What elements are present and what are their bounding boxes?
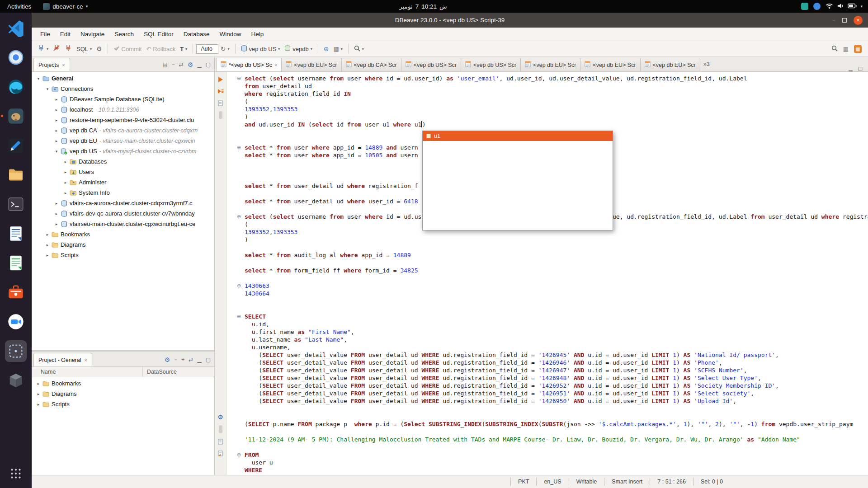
log-panel-button[interactable]: [217, 450, 225, 457]
editor-tab[interactable]: <vep db US> Scr: [461, 58, 521, 71]
expander-icon[interactable]: ▸: [53, 222, 60, 226]
list-item[interactable]: ▸Diagrams: [32, 389, 214, 399]
maximize-view-icon[interactable]: ▢: [206, 357, 211, 363]
minimize-button[interactable]: −: [832, 17, 835, 23]
close-icon[interactable]: ×: [62, 62, 65, 68]
expander-icon[interactable]: ▸: [53, 118, 60, 122]
marker-editor-dock-icon[interactable]: [5, 135, 27, 156]
tree-item[interactable]: ▸Users: [32, 167, 214, 177]
expander-icon[interactable]: ▸: [35, 392, 42, 396]
tree-item[interactable]: ▸Databases: [32, 156, 214, 167]
vscode-dock-icon[interactable]: [5, 17, 27, 39]
menu-window[interactable]: Window: [214, 31, 246, 38]
selection-indicator[interactable]: Sel: 0 | 0: [693, 478, 730, 486]
list-item[interactable]: ▸Bookmarks: [32, 378, 214, 389]
activities-button[interactable]: Activities: [0, 3, 38, 10]
layout-icon[interactable]: ▤: [162, 61, 167, 68]
collapse-all-icon[interactable]: −: [172, 61, 175, 68]
tray-app-icon-2[interactable]: [813, 3, 821, 10]
expander-icon[interactable]: ▸: [35, 381, 42, 386]
refresh-button[interactable]: ↻ ▾: [218, 44, 232, 54]
zoom-dock-icon[interactable]: [5, 311, 27, 333]
marketplace-icon[interactable]: ▦: [854, 45, 862, 53]
settings-gear-icon[interactable]: ⚙: [188, 61, 193, 68]
quick-search-icon[interactable]: [831, 45, 838, 53]
tree-item[interactable]: ▸vep db CA- vfairs-ca-aurora-cluster.clu…: [32, 125, 214, 136]
fold-marker-icon[interactable]: ⊖: [237, 144, 244, 151]
expand-all-icon[interactable]: +: [181, 357, 184, 363]
minimize-view-icon[interactable]: ▁: [849, 66, 852, 71]
fold-marker-icon[interactable]: ⊖: [237, 313, 244, 320]
libreoffice-calc-dock-icon[interactable]: [5, 252, 27, 274]
expander-icon[interactable]: ▾: [44, 87, 51, 91]
expander-icon[interactable]: ▸: [53, 211, 60, 216]
tree-item[interactable]: ▸Diagrams: [32, 239, 214, 250]
edge-browser-dock-icon[interactable]: [5, 76, 27, 98]
toolbar-handle[interactable]: [219, 111, 222, 119]
caret-position-indicator[interactable]: 7 : 51 : 266: [650, 478, 693, 486]
fold-marker-icon[interactable]: ⊖: [237, 451, 244, 459]
commit-mode-combo[interactable]: Auto: [196, 44, 218, 54]
menu-file[interactable]: File: [35, 31, 55, 38]
editor-tab[interactable]: <vep db CA> Scr: [341, 58, 401, 71]
files-dock-icon[interactable]: [5, 164, 27, 186]
search-menu-button[interactable]: ▾: [352, 44, 366, 54]
execute-script-button[interactable]: [217, 88, 225, 95]
close-icon[interactable]: ×: [274, 62, 277, 68]
maximize-view-icon[interactable]: ▢: [858, 66, 863, 71]
expander-icon[interactable]: ▾: [35, 76, 42, 81]
fold-marker-icon[interactable]: ⊖: [237, 282, 244, 290]
tree-item[interactable]: ▸Administer: [32, 177, 214, 188]
expander-icon[interactable]: ▸: [35, 402, 42, 407]
autocomplete-item[interactable]: u1: [423, 131, 613, 141]
tree-item[interactable]: ▸localhost- 10.0.1.211:3306: [32, 104, 214, 115]
expander-icon[interactable]: ▸: [44, 253, 51, 258]
tree-item[interactable]: ▾Connections: [32, 84, 214, 94]
show-applications-icon[interactable]: [5, 463, 27, 484]
tab-overflow-indicator[interactable]: »3: [703, 61, 710, 67]
minimize-view-icon[interactable]: ▁: [197, 357, 201, 363]
chromium-browser-dock-icon[interactable]: [5, 47, 27, 68]
libreoffice-writer-dock-icon[interactable]: [5, 223, 27, 244]
tree-item[interactable]: ▸restore-temp-september-9-vfe-53024-clus…: [32, 115, 214, 125]
tree-item[interactable]: ▸DBeaver Sample Database (SQLite): [32, 94, 214, 104]
editor-tab[interactable]: *<vep db US> Sc×: [216, 58, 282, 71]
column-header-name[interactable]: Name: [32, 367, 143, 377]
expander-icon[interactable]: ▸: [62, 180, 69, 185]
transaction-mode-button[interactable]: T ▾: [178, 44, 189, 54]
column-header-datasource[interactable]: DataSource: [143, 369, 177, 375]
expander-icon[interactable]: ▸: [44, 232, 51, 237]
tab-project-general[interactable]: Project - General ×: [33, 353, 92, 366]
tools-gear-button[interactable]: ⚙: [94, 44, 104, 54]
editor-tab[interactable]: <vep db EU> Scr: [520, 58, 580, 71]
settings-gear-icon[interactable]: ⚙: [165, 356, 170, 363]
tree-item[interactable]: ▸vfairs-dev-qc-aurora-cluster.cluster-cv…: [32, 208, 214, 219]
screenshot-tool-dock-icon[interactable]: [5, 340, 27, 362]
expander-icon[interactable]: ▸: [53, 108, 60, 112]
sql-editor[interactable]: ⊖select (select username from user where…: [226, 72, 868, 475]
disconnect-button[interactable]: [51, 43, 62, 54]
connection-selector[interactable]: vep db US ▾: [239, 44, 283, 54]
link-with-editor-icon[interactable]: ⇄: [189, 357, 193, 363]
editor-tab[interactable]: <vep db EU> Scr: [580, 58, 640, 71]
list-item[interactable]: ▸Scripts: [32, 399, 214, 409]
tree-item[interactable]: ▾vep db US- vfairs-mysql-cluster.cluster…: [32, 146, 214, 156]
expander-icon[interactable]: ▸: [62, 160, 69, 164]
expander-icon[interactable]: ▸: [44, 243, 51, 247]
link-with-editor-icon[interactable]: ⇄: [179, 61, 184, 68]
tree-item[interactable]: ▾General: [32, 73, 214, 84]
editor-tab[interactable]: <vep db EU> Scr: [640, 58, 700, 71]
expander-icon[interactable]: ▸: [53, 139, 60, 143]
tree-item[interactable]: ▸System Info: [32, 188, 214, 198]
boxes-dock-icon[interactable]: [5, 370, 27, 391]
fold-marker-icon[interactable]: ⊖: [237, 75, 244, 82]
insert-mode-indicator[interactable]: Smart Insert: [604, 478, 650, 486]
clock[interactable]: نومبر 7 10:21 ش: [399, 0, 447, 13]
database-selector[interactable]: vepdb ▾: [282, 44, 314, 54]
expander-icon[interactable]: ▸: [53, 128, 60, 133]
app-menu-button[interactable]: dbeaver-ce ▾: [38, 3, 92, 10]
editor-tab[interactable]: <vep db US> Scr: [401, 58, 461, 71]
system-status-area[interactable]: ▾: [826, 3, 863, 10]
expander-icon[interactable]: ▾: [53, 149, 60, 154]
tray-app-icon-1[interactable]: [801, 3, 808, 10]
